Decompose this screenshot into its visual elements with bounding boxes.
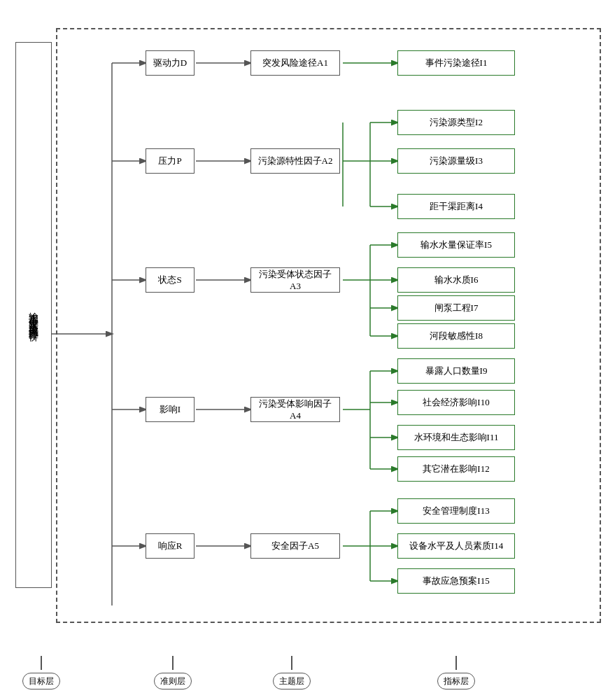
indicator-node-I10: 社会经济影响I10 bbox=[397, 390, 515, 415]
criteria-node-P: 压力P bbox=[146, 148, 195, 174]
indicator-node-I5: 输水水量保证率I5 bbox=[397, 232, 515, 258]
indicator-node-I7: 闸泵工程I7 bbox=[397, 295, 515, 321]
criteria-node-R: 响应R bbox=[146, 533, 195, 559]
theme-node-A1: 突发风险途径A1 bbox=[250, 50, 340, 76]
theme-node-A3: 污染受体状态因子A3 bbox=[250, 267, 340, 293]
indicator-node-I2: 污染源类型I2 bbox=[397, 110, 515, 135]
indicator-node-I15: 事故应急预案I15 bbox=[397, 568, 515, 594]
bottom-label-goal: 目标层 bbox=[22, 656, 60, 690]
circle-goal: 目标层 bbox=[22, 673, 60, 690]
circle-theme: 主题层 bbox=[273, 673, 311, 690]
bottom-label-indicator: 指标层 bbox=[437, 656, 475, 690]
criteria-node-S: 状态S bbox=[146, 267, 195, 293]
circle-criteria: 准则层 bbox=[154, 673, 192, 690]
indicator-node-I3: 污染源量级I3 bbox=[397, 148, 515, 174]
indicator-node-I11: 水环境和生态影响I11 bbox=[397, 425, 515, 450]
theme-node-A5: 安全因子A5 bbox=[250, 533, 340, 559]
goal-text: 输水工程突发水污染事件风险评价 bbox=[27, 304, 41, 326]
main-container: 输水工程突发水污染事件风险评价 bbox=[7, 7, 608, 693]
indicator-node-I1: 事件污染途径I1 bbox=[397, 50, 515, 76]
indicator-node-I12: 其它潜在影响I12 bbox=[397, 456, 515, 482]
circle-indicator: 指标层 bbox=[437, 673, 475, 690]
line-up-theme bbox=[291, 656, 292, 670]
indicator-node-I13: 安全管理制度I13 bbox=[397, 498, 515, 524]
indicator-node-I9: 暴露人口数量I9 bbox=[397, 358, 515, 384]
line-up-criteria bbox=[172, 656, 174, 670]
criteria-node-D: 驱动力D bbox=[146, 50, 195, 76]
line-up-goal bbox=[41, 656, 42, 670]
indicator-node-I14: 设备水平及人员素质I14 bbox=[397, 533, 515, 559]
indicator-node-I8: 河段敏感性I8 bbox=[397, 323, 515, 349]
theme-node-A2: 污染源特性因子A2 bbox=[250, 148, 340, 174]
goal-box: 输水工程突发水污染事件风险评价 bbox=[15, 42, 52, 588]
criteria-node-I: 影响I bbox=[146, 397, 195, 422]
line-up-indicator bbox=[455, 656, 457, 670]
bottom-label-criteria: 准则层 bbox=[154, 656, 192, 690]
theme-node-A4: 污染受体影响因子A4 bbox=[250, 397, 340, 422]
bottom-label-theme: 主题层 bbox=[273, 656, 311, 690]
indicator-node-I6: 输水水质I6 bbox=[397, 267, 515, 293]
indicator-node-I4: 距干渠距离I4 bbox=[397, 194, 515, 219]
